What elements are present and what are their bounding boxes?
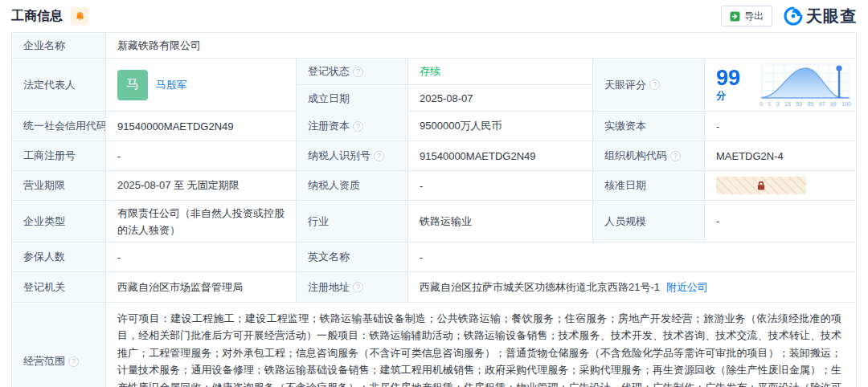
field-label-staff-size: 人员规模 [593, 201, 705, 242]
help-icon[interactable] [68, 356, 79, 367]
field-value-business-scope: 许可项目：建设工程施工；建设工程监理；铁路运输基础设备制造；公共铁路运输；餐饮服… [106, 303, 856, 387]
field-label-insured-count: 参保人数 [12, 242, 106, 272]
field-label-establish-date: 成立日期 [297, 85, 408, 112]
field-value-taxpayer-quality: - [408, 171, 593, 201]
tianyancha-logo[interactable]: 天眼查 [784, 6, 857, 27]
field-value-credit-code: 91540000MAETDG2N49 [106, 112, 297, 141]
field-value-staff-size: - [705, 201, 856, 242]
help-icon[interactable] [670, 151, 681, 161]
help-icon[interactable] [353, 282, 363, 292]
field-value-industry: 铁路运输业 [408, 201, 593, 242]
field-label-reg-number: 工商注册号 [12, 141, 106, 171]
lock-icon [756, 181, 766, 191]
field-label-org-code: 组织机构代码 [593, 141, 705, 171]
help-icon[interactable] [649, 79, 660, 90]
bell-icon [75, 11, 85, 22]
field-value-company-type: 有限责任公司（非自然人投资或控股的法人独资） [106, 201, 297, 242]
score-distribution-chart[interactable]: 0 1 3 15 50 85 97 99 100 [758, 63, 853, 108]
score-marker-dot [836, 65, 841, 71]
field-label-english-name: 英文名称 [297, 242, 408, 272]
field-label-approval-date: 核准日期 [593, 171, 705, 201]
nearby-companies-link[interactable]: 附近公司 [666, 280, 708, 295]
field-value-establish-date: 2025-08-07 [408, 85, 593, 112]
field-value-approval-date [705, 171, 856, 201]
field-value-english-name: - [408, 242, 856, 272]
field-value-legal-rep: 马 马殷军 [106, 59, 297, 112]
field-value-business-term: 2025-08-07 至 无固定期限 [106, 171, 297, 201]
field-label-credit-code: 统一社会信用代码 [12, 112, 106, 141]
field-label-business-scope: 经营范围 [12, 303, 106, 387]
field-value-tyc-score: 99分 0 1 3 15 50 85 97 [705, 59, 856, 112]
bell-curve-chart [758, 63, 853, 101]
status-badge: 存续 [420, 64, 440, 79]
field-label-paid-capital: 实缴资本 [593, 112, 705, 141]
export-file-icon [730, 11, 740, 22]
announcement-bell-icon[interactable] [71, 7, 88, 25]
status-date-subgrid: 登记状态 存续 成立日期 2025-08-07 [297, 59, 593, 112]
export-button[interactable]: 导出 [721, 6, 772, 26]
help-icon[interactable] [353, 121, 363, 132]
field-label-tyc-score: 天眼评分 [593, 59, 705, 112]
locked-value-placeholder[interactable] [716, 177, 806, 194]
header-actions: 导出 天眼查 [721, 6, 857, 27]
field-label-reg-authority: 登记机关 [12, 272, 106, 303]
field-label-reg-status: 登记状态 [297, 59, 408, 85]
business-info-table: 企业名称 新藏铁路有限公司 法定代表人 马 马殷军 登记状态 存续 成立日期 2… [11, 32, 857, 387]
help-icon[interactable] [374, 151, 384, 161]
help-icon[interactable] [353, 67, 363, 77]
tianyancha-eye-icon [784, 6, 803, 26]
field-value-reg-number: - [106, 141, 297, 171]
field-label-company-name: 企业名称 [12, 33, 106, 59]
chart-axis-ticks: 0 1 3 15 50 85 97 99 100 [758, 101, 853, 108]
card-header: 工商信息 导出 [0, 0, 868, 32]
logo-text: 天眼查 [806, 6, 857, 27]
field-label-legal-rep: 法定代表人 [12, 59, 106, 112]
field-value-reg-address: 西藏自治区拉萨市城关区功德林街道北京西路21号-1 附近公司 [408, 272, 856, 303]
score-number: 99分 [716, 67, 750, 103]
field-label-business-term: 营业期限 [12, 171, 106, 201]
field-label-reg-capital: 注册资本 [297, 112, 408, 141]
field-value-reg-authority: 西藏自治区市场监督管理局 [106, 272, 297, 303]
field-value-paid-capital: - [705, 112, 856, 141]
legal-rep-name-link[interactable]: 马殷军 [156, 78, 187, 92]
field-label-industry: 行业 [297, 201, 408, 242]
legal-rep-avatar[interactable]: 马 [117, 70, 148, 100]
field-value-reg-status: 存续 [408, 59, 593, 85]
field-label-taxpayer-id: 纳税人识别号 [297, 141, 408, 171]
field-value-taxpayer-id: 91540000MAETDG2N49 [408, 141, 593, 171]
field-value-insured-count: - [106, 242, 297, 272]
page-title: 工商信息 [11, 8, 63, 25]
field-label-reg-address: 注册地址 [297, 272, 408, 303]
business-info-card: 工商信息 导出 [0, 0, 868, 387]
field-label-company-type: 企业类型 [12, 201, 106, 242]
export-button-label: 导出 [744, 10, 764, 23]
field-value-org-code: MAETDG2N-4 [705, 141, 856, 171]
field-value-company-name: 新藏铁路有限公司 [106, 33, 856, 59]
field-value-reg-capital: 9500000万人民币 [408, 112, 593, 141]
field-label-taxpayer-quality: 纳税人资质 [297, 171, 408, 201]
